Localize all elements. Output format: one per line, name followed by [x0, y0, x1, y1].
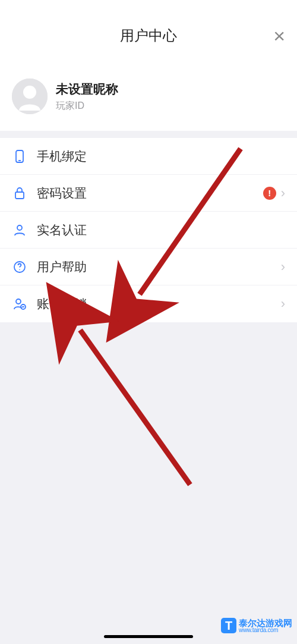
menu-label: 用户帮助: [37, 259, 281, 275]
svg-point-8: [16, 299, 21, 304]
menu-label: 密码设置: [37, 185, 263, 202]
chevron-right-icon: ›: [281, 186, 285, 201]
page-title: 用户中心: [120, 26, 177, 45]
menu-item-realname[interactable]: 实名认证: [0, 212, 297, 249]
watermark-badge: T: [221, 618, 236, 633]
profile-info: 未设置昵称 玩家ID: [56, 81, 118, 112]
close-icon[interactable]: ×: [273, 26, 285, 46]
user-remove-icon: [12, 296, 27, 312]
alert-icon: !: [263, 187, 276, 200]
avatar: [12, 78, 48, 114]
menu-item-help[interactable]: 用户帮助 ›: [0, 249, 297, 285]
menu-label: 实名认证: [37, 222, 285, 238]
home-indicator: [104, 635, 193, 638]
menu-label: 手机绑定: [37, 148, 285, 165]
help-icon: [12, 259, 27, 275]
chevron-right-icon: ›: [281, 296, 285, 312]
watermark-url: www.tairda.com: [239, 627, 292, 633]
svg-point-1: [23, 86, 36, 99]
menu-list: 手机绑定 密码设置 ! › 实名认证: [0, 138, 297, 322]
nickname: 未设置昵称: [56, 81, 118, 98]
person-icon: [12, 222, 27, 238]
chevron-right-icon: ›: [281, 259, 285, 275]
menu-item-password[interactable]: 密码设置 ! ›: [0, 175, 297, 212]
watermark-name: 泰尔达游戏网: [239, 618, 292, 627]
svg-point-5: [17, 225, 22, 230]
svg-rect-4: [15, 192, 24, 199]
svg-point-7: [19, 269, 20, 270]
lock-icon: [12, 186, 27, 201]
profile-section[interactable]: 未设置昵称 玩家ID: [0, 71, 297, 131]
watermark: T 泰尔达游戏网 www.tairda.com: [221, 618, 292, 633]
player-id-label: 玩家ID: [56, 100, 118, 112]
header: 用户中心 ×: [0, 0, 297, 71]
menu-item-phone-bind[interactable]: 手机绑定: [0, 138, 297, 175]
phone-icon: [12, 149, 27, 164]
svg-line-12: [80, 330, 190, 485]
menu-label: 账号注销: [37, 296, 281, 312]
menu-item-deactivate[interactable]: 账号注销 ›: [0, 285, 297, 322]
